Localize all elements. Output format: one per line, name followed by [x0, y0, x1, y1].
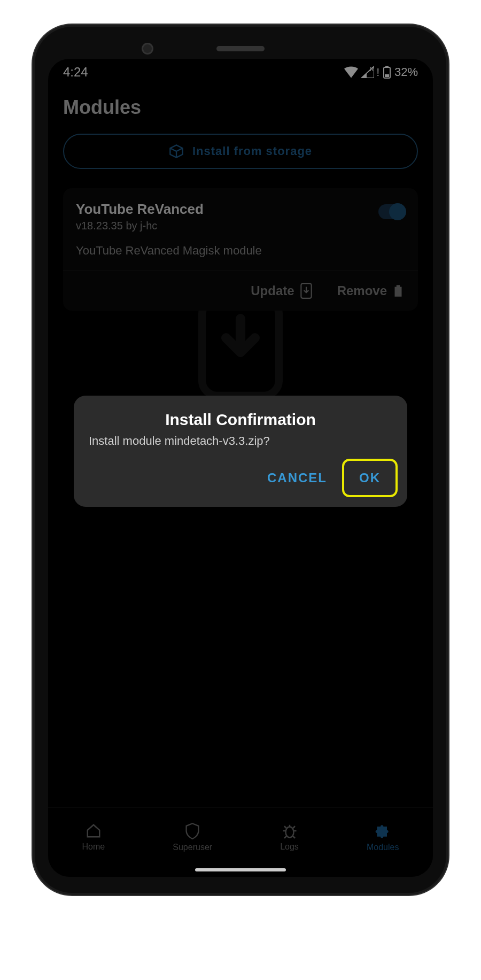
status-bar: 4:24 R ! 32%: [48, 59, 433, 86]
svg-rect-3: [385, 74, 389, 77]
speaker-grill: [216, 46, 265, 51]
download-icon: [300, 283, 313, 299]
nav-modules[interactable]: Modules: [367, 822, 399, 852]
svg-text:R: R: [370, 66, 374, 72]
battery-icon: [383, 66, 391, 79]
module-update-button[interactable]: Update: [251, 283, 312, 299]
signal-alert-icon: !: [376, 66, 379, 79]
ok-button[interactable]: OK: [342, 459, 398, 497]
install-confirmation-dialog: Install Confirmation Install module mind…: [74, 396, 407, 507]
nav-logs-label: Logs: [280, 842, 299, 852]
nav-home[interactable]: Home: [82, 823, 105, 852]
module-description: YouTube ReVanced Magisk module: [76, 244, 405, 258]
module-toggle[interactable]: [378, 204, 405, 219]
cancel-button[interactable]: CANCEL: [252, 459, 342, 497]
nav-logs[interactable]: Logs: [280, 823, 299, 852]
status-battery: 32%: [394, 65, 418, 79]
page-title: Modules: [63, 96, 418, 119]
module-card[interactable]: YouTube ReVanced v18.23.35 by j-hc YouTu…: [63, 188, 418, 311]
module-remove-button[interactable]: Remove: [337, 283, 404, 299]
svg-rect-2: [385, 66, 389, 67]
module-title: YouTube ReVanced: [76, 201, 405, 218]
remove-label: Remove: [337, 283, 387, 298]
puzzle-icon: [374, 822, 391, 839]
install-button-label: Install from storage: [192, 144, 312, 158]
module-main: YouTube ReVanced v18.23.35 by j-hc YouTu…: [63, 188, 418, 271]
page-header: Modules: [48, 86, 433, 134]
dialog-message: Install module mindetach-v3.3.zip?: [74, 434, 407, 456]
bug-icon: [282, 823, 298, 839]
dialog-title: Install Confirmation: [74, 411, 407, 429]
module-actions: Update Remove: [63, 271, 418, 311]
update-label: Update: [251, 283, 294, 298]
package-icon: [169, 144, 184, 159]
signal-icon: R: [361, 66, 374, 78]
install-from-storage-button[interactable]: Install from storage: [63, 134, 418, 169]
device-frame: 4:24 R ! 32% Modules Install from storag…: [35, 27, 446, 893]
trash-icon: [392, 284, 404, 298]
shield-icon: [185, 822, 200, 839]
wifi-icon: [344, 66, 358, 78]
home-icon: [86, 823, 102, 839]
nav-home-label: Home: [82, 842, 105, 852]
nav-modules-label: Modules: [367, 843, 399, 852]
svg-point-6: [285, 827, 293, 837]
screen: 4:24 R ! 32% Modules Install from storag…: [48, 59, 433, 877]
front-camera: [142, 43, 153, 55]
dialog-actions: CANCEL OK: [74, 456, 407, 503]
status-time: 4:24: [63, 65, 88, 80]
bottom-nav: Home Superuser Logs Modules: [48, 807, 433, 877]
nav-superuser[interactable]: Superuser: [173, 822, 212, 852]
module-subtitle: v18.23.35 by j-hc: [76, 220, 405, 232]
status-right: R ! 32%: [344, 65, 418, 79]
nav-superuser-label: Superuser: [173, 843, 212, 852]
gesture-bar[interactable]: [195, 868, 286, 871]
